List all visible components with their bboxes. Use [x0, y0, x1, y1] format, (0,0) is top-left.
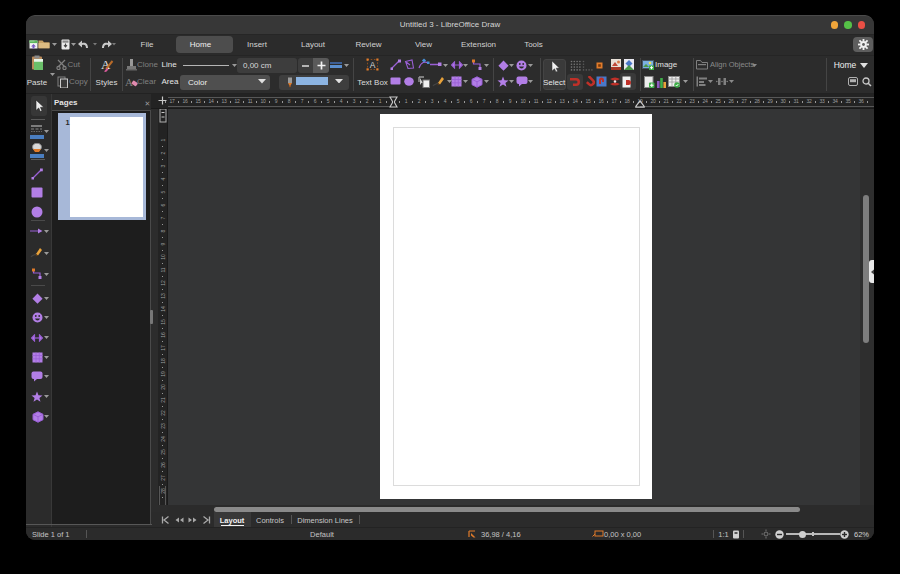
svg-text:A: A	[370, 60, 376, 70]
svg-text:A: A	[125, 76, 133, 88]
